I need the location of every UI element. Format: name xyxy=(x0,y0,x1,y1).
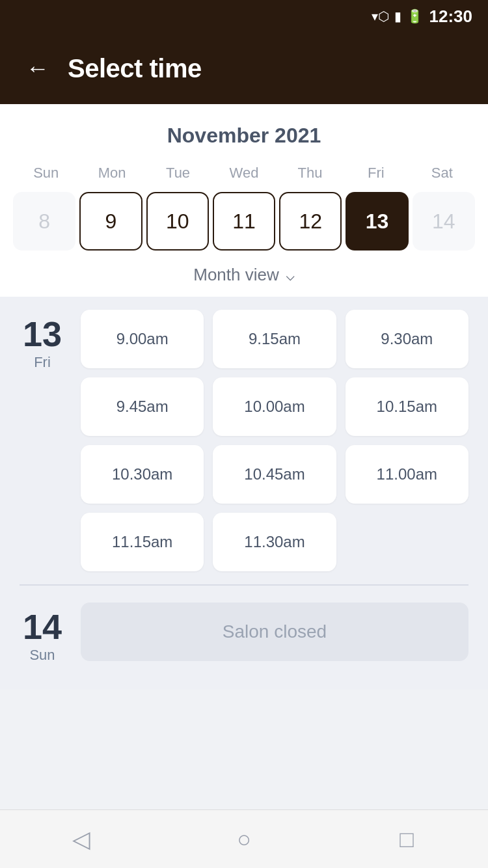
day-14-name: Sun xyxy=(29,647,55,664)
month-view-label: Month view xyxy=(193,265,279,285)
status-icons: ▾⬡ ▮ 🔋 xyxy=(372,8,423,24)
chevron-down-icon: ⌵ xyxy=(286,266,295,284)
month-year: November 2021 xyxy=(13,124,475,148)
time-slot-1000am[interactable]: 10.00am xyxy=(213,377,336,436)
battery-icon: 🔋 xyxy=(407,8,423,24)
nav-bar: ◁ ○ □ xyxy=(0,809,488,868)
salon-closed-label: Salon closed xyxy=(81,603,468,661)
time-slot-1045am[interactable]: 10.45am xyxy=(213,445,336,504)
day-11[interactable]: 11 xyxy=(213,192,275,251)
day-14-group: 14 Sun Salon closed xyxy=(20,603,468,670)
time-slot-1115am[interactable]: 11.15am xyxy=(81,513,204,571)
time-slot-900am[interactable]: 9.00am xyxy=(81,310,204,368)
day-14-label: 14 Sun xyxy=(20,603,65,664)
status-time: 12:30 xyxy=(429,7,473,27)
day-13-label: 13 Fri xyxy=(20,310,65,371)
day-8[interactable]: 8 xyxy=(13,192,75,251)
calendar-section: November 2021 Sun Mon Tue Wed Thu Fri Sa… xyxy=(0,104,488,297)
divider xyxy=(20,584,468,586)
back-button[interactable]: ← xyxy=(26,57,49,80)
weekday-tue: Tue xyxy=(145,161,211,185)
weekday-thu: Thu xyxy=(277,161,343,185)
day-14[interactable]: 14 xyxy=(413,192,475,251)
time-slot-915am[interactable]: 9.15am xyxy=(213,310,336,368)
weekday-fri: Fri xyxy=(343,161,409,185)
nav-recent-button[interactable]: □ xyxy=(387,826,426,853)
day-12[interactable]: 12 xyxy=(279,192,342,251)
page-title: Select time xyxy=(68,54,202,83)
time-slot-1015am[interactable]: 10.15am xyxy=(346,377,468,436)
day-13-number: 13 xyxy=(23,316,62,351)
time-slot-945am[interactable]: 9.45am xyxy=(81,377,204,436)
time-slot-1100am[interactable]: 11.00am xyxy=(346,445,468,504)
day-10[interactable]: 10 xyxy=(146,192,209,251)
time-slot-1030am[interactable]: 10.30am xyxy=(81,445,204,504)
time-slots-section: 13 Fri 9.00am 9.15am 9.30am 9.45am 10.00… xyxy=(0,297,488,690)
status-bar: ▾⬡ ▮ 🔋 12:30 xyxy=(0,0,488,33)
weekdays-row: Sun Mon Tue Wed Thu Fri Sat xyxy=(13,161,475,185)
day-13-name: Fri xyxy=(34,354,51,371)
days-row: 8 9 10 11 12 13 14 xyxy=(13,192,475,251)
day-13-group: 13 Fri 9.00am 9.15am 9.30am 9.45am 10.00… xyxy=(20,310,468,571)
day-13[interactable]: 13 xyxy=(346,192,408,251)
time-slot-1130am[interactable]: 11.30am xyxy=(213,513,336,571)
day-9[interactable]: 9 xyxy=(79,192,142,251)
weekday-sat: Sat xyxy=(409,161,475,185)
weekday-sun: Sun xyxy=(13,161,79,185)
weekday-wed: Wed xyxy=(211,161,277,185)
signal-icon: ▮ xyxy=(394,8,401,24)
day-13-time-grid: 9.00am 9.15am 9.30am 9.45am 10.00am 10.1… xyxy=(81,310,468,571)
time-slot-930am[interactable]: 9.30am xyxy=(346,310,468,368)
nav-home-button[interactable]: ○ xyxy=(224,826,264,853)
wifi-icon: ▾⬡ xyxy=(372,8,389,24)
month-view-toggle[interactable]: Month view ⌵ xyxy=(13,251,475,297)
weekday-mon: Mon xyxy=(79,161,144,185)
header: ← Select time xyxy=(0,33,488,104)
day-14-number: 14 xyxy=(23,609,62,644)
nav-back-button[interactable]: ◁ xyxy=(62,826,101,853)
